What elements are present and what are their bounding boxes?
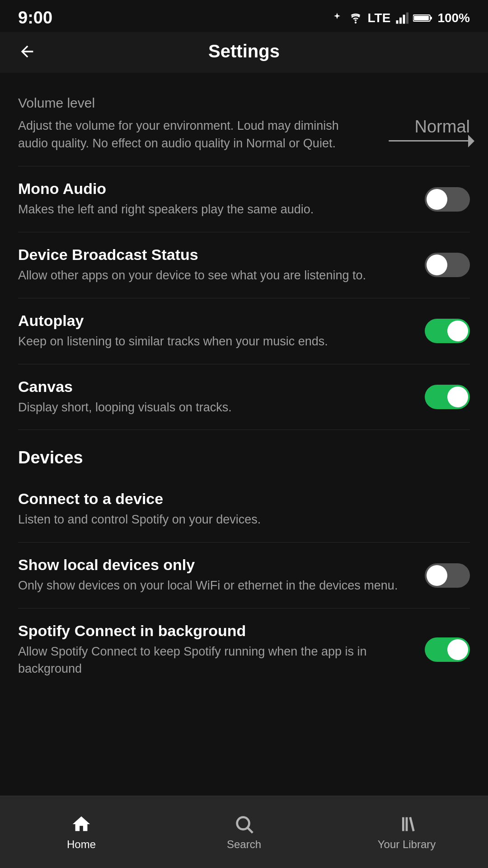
device-broadcast-toggle-knob [427, 255, 447, 275]
back-button[interactable] [18, 42, 36, 61]
device-broadcast-toggle[interactable] [425, 253, 470, 277]
mono-audio-toggle[interactable] [425, 187, 470, 212]
spotify-connect-background-title: Spotify Connect in background [18, 622, 407, 640]
volume-slider[interactable] [389, 140, 470, 142]
canvas-toggle[interactable] [425, 385, 470, 409]
nav-item-search[interactable]: Search [163, 814, 325, 851]
lte-label: LTE [368, 11, 391, 25]
show-local-devices-title: Show local devices only [18, 556, 407, 574]
bottom-navigation: Home Search Your Library [0, 796, 488, 868]
device-broadcast-desc: Allow other apps on your device to see w… [18, 267, 407, 284]
show-local-devices-toggle-knob [427, 565, 447, 586]
status-time: 9:00 [18, 8, 52, 28]
battery-label: 100% [437, 11, 470, 25]
devices-section-title: Devices [18, 448, 470, 467]
autoplay-toggle[interactable] [425, 319, 470, 343]
svg-rect-2 [399, 17, 402, 24]
device-broadcast-title: Device Broadcast Status [18, 246, 407, 264]
nav-item-your-library[interactable]: Your Library [325, 814, 488, 851]
page-title: Settings [208, 41, 280, 61]
autoplay-title: Autoplay [18, 312, 407, 330]
spotify-connect-background-setting: Spotify Connect in background Allow Spot… [18, 609, 470, 691]
svg-line-9 [248, 828, 253, 833]
connect-to-device-setting[interactable]: Connect to a device Listen to and contro… [18, 476, 470, 542]
status-icons: LTE 100% [331, 11, 470, 25]
volume-content: Adjust the volume for your environment. … [18, 117, 470, 152]
svg-rect-7 [414, 16, 429, 20]
search-nav-label: Search [227, 838, 261, 851]
connect-to-device-desc: Listen to and control Spotify on your de… [18, 511, 470, 528]
volume-current-value: Normal [415, 117, 470, 137]
autoplay-toggle-knob [447, 321, 468, 341]
svg-rect-1 [396, 20, 399, 24]
mono-audio-title: Mono Audio [18, 180, 407, 198]
search-icon [234, 814, 254, 835]
show-local-devices-desc: Only show devices on your local WiFi or … [18, 577, 407, 594]
back-icon [18, 42, 36, 61]
battery-icon [413, 12, 433, 24]
svg-rect-3 [403, 14, 405, 24]
autoplay-text: Autoplay Keep on listening to similar tr… [18, 312, 425, 350]
canvas-toggle-knob [447, 387, 468, 407]
volume-level-setting: Volume level Adjust the volume for your … [18, 86, 470, 166]
nav-item-home[interactable]: Home [0, 814, 163, 851]
device-broadcast-setting: Device Broadcast Status Allow other apps… [18, 232, 470, 298]
svg-point-8 [237, 817, 249, 829]
volume-slider-arrow [468, 135, 474, 147]
mono-audio-text: Mono Audio Makes the left and right spea… [18, 180, 425, 218]
spark-icon [331, 12, 343, 24]
wifi-icon [348, 12, 363, 24]
canvas-text: Canvas Display short, looping visuals on… [18, 378, 425, 416]
spotify-connect-background-text: Spotify Connect in background Allow Spot… [18, 622, 425, 678]
devices-section-header: Devices [18, 448, 470, 467]
status-bar: 9:00 LTE 100% [0, 0, 488, 32]
autoplay-setting: Autoplay Keep on listening to similar tr… [18, 298, 470, 364]
svg-rect-4 [406, 12, 408, 24]
volume-description: Adjust the volume for your environment. … [18, 117, 380, 152]
connect-to-device-title: Connect to a device [18, 490, 470, 508]
home-nav-label: Home [67, 838, 96, 851]
spotify-connect-background-toggle-knob [447, 639, 468, 660]
mono-audio-setting: Mono Audio Makes the left and right spea… [18, 166, 470, 232]
settings-content: Volume level Adjust the volume for your … [0, 73, 488, 773]
svg-rect-6 [430, 17, 432, 19]
autoplay-desc: Keep on listening to similar tracks when… [18, 333, 407, 350]
canvas-setting: Canvas Display short, looping visuals on… [18, 364, 470, 430]
signal-icon [395, 12, 408, 24]
volume-section-label: Volume level [18, 95, 470, 111]
header: Settings [0, 32, 488, 73]
spotify-connect-background-desc: Allow Spotify Connect to keep Spotify ru… [18, 643, 407, 678]
library-icon [396, 814, 417, 835]
spotify-connect-background-toggle[interactable] [425, 637, 470, 662]
your-library-nav-label: Your Library [378, 838, 436, 851]
mono-audio-desc: Makes the left and right speakers play t… [18, 201, 407, 218]
home-icon [71, 814, 92, 835]
volume-value-container: Normal [380, 117, 470, 142]
canvas-title: Canvas [18, 378, 407, 396]
canvas-desc: Display short, looping visuals on tracks… [18, 399, 407, 416]
show-local-devices-text: Show local devices only Only show device… [18, 556, 425, 594]
svg-point-0 [354, 21, 356, 23]
show-local-devices-toggle[interactable] [425, 563, 470, 588]
device-broadcast-text: Device Broadcast Status Allow other apps… [18, 246, 425, 284]
mono-audio-toggle-knob [427, 189, 447, 210]
show-local-devices-setting: Show local devices only Only show device… [18, 542, 470, 609]
